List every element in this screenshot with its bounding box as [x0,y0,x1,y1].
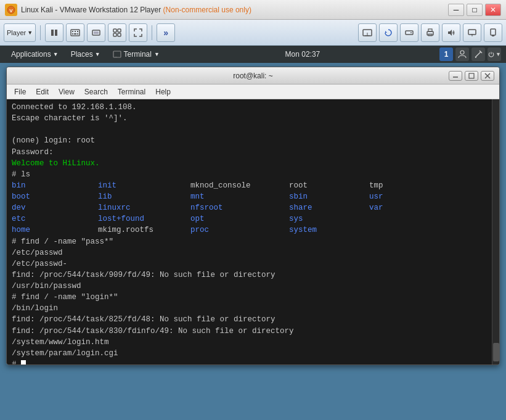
app-icon: V [5,4,17,16]
display-icon [468,28,476,37]
player-menu[interactable]: Applications Player ▼ [4,23,36,42]
keyboard-icon [70,28,80,37]
sound-icon [447,28,455,37]
fullscreen-button[interactable] [129,23,147,42]
terminal-scrollbar-thumb[interactable] [493,343,499,361]
ls-lib: lib [98,191,190,202]
ls-sbin: sbin [289,191,369,202]
terminal-line-binlogin: /bin/login [12,303,494,314]
send-ctrlaltdel-button[interactable] [66,23,84,42]
ls-bin: bin [12,180,98,191]
sync-icon [384,28,393,37]
fit-guest-button[interactable] [87,23,105,42]
sound-icon-btn[interactable] [442,23,460,42]
sync-icon-btn[interactable] [379,23,398,42]
svg-text:V: V [9,8,13,14]
terminal-line-ls-cmd: # ls [12,169,494,180]
svg-rect-8 [72,33,73,35]
terminal-help-menu[interactable]: Help [152,87,174,97]
ls-system: system [289,224,369,236]
users-icon [457,49,467,59]
double-arrow-icon: » [163,28,168,38]
toolbar-separator-1 [40,25,41,40]
settings-icon-btn[interactable] [471,47,485,61]
ls-tmp: tmp [369,180,431,191]
terminal-minimize-icon [452,73,459,79]
terminal-line-password: Password: [12,147,494,158]
ls-share: share [289,202,369,213]
terminal-line-prompt: # [12,359,494,364]
double-arrow-button[interactable]: » [157,23,175,42]
terminal-terminal-menu[interactable]: Terminal [114,87,149,97]
svg-rect-31 [492,35,494,36]
ls-proc: proc [190,224,289,236]
ls-lost: lost+found [98,213,190,224]
terminal-line-find1-cmd: # find / -name "pass*" [12,236,494,247]
printer-icon [426,28,435,37]
ls-linuxrc: linuxrc [98,202,190,213]
pause-button[interactable] [45,23,63,42]
terminal-search-menu[interactable]: Search [81,87,112,97]
player-arrow: ▼ [27,30,33,36]
display-icon-btn[interactable] [463,23,481,42]
svg-marker-20 [385,31,387,33]
places-label: Places [71,50,93,59]
terminal-scrollbar[interactable] [492,99,499,364]
places-menu[interactable]: Places ▼ [65,49,107,60]
printer-icon-btn[interactable] [421,23,439,42]
unity-icon [113,28,121,37]
title-bar: V Linux Kali - VMware Workstation 12 Pla… [0,0,506,20]
terminal-label: Terminal [124,50,152,59]
power-menu-btn[interactable]: ▼ [488,47,501,61]
pause-icon [50,28,59,37]
network-icon [362,28,372,37]
ls-boot: boot [12,191,98,202]
terminal-window: root@kali: ~ File Edit View [6,67,500,365]
svg-rect-4 [71,30,80,36]
terminal-view-menu[interactable]: View [55,87,78,97]
terminal-line-connected: Connected to 192.168.1.108. [12,102,494,113]
storage-icon-btn[interactable] [400,23,418,42]
fit-window-icon [92,28,100,37]
ls-dev: dev [12,202,98,213]
network-icon-btn[interactable] [358,23,377,42]
ls-root: root [289,180,369,191]
terminal-edit-menu[interactable]: Edit [32,87,52,97]
close-button[interactable]: ✕ [485,4,501,16]
applications-arrow: ▼ [53,51,59,57]
terminal-close-btn[interactable] [481,71,494,81]
svg-rect-24 [428,29,432,31]
unity-button[interactable] [108,23,126,42]
terminal-line-find2-cmd: # find / -name "login*" [12,292,494,303]
terminal-title: root@kali: ~ [173,72,333,80]
usb-icon-btn[interactable] [484,23,502,42]
terminal-minimize-btn[interactable] [449,71,462,81]
terminal-maximize-btn[interactable] [465,71,478,81]
svg-rect-6 [75,31,76,32]
svg-rect-10 [77,33,78,35]
svg-point-34 [460,51,464,54]
ls-empty2 [369,224,431,236]
users-icon-btn[interactable] [455,47,469,61]
terminal-line-find-err2: find: /proc/544/task/825/fd/48: No such … [12,314,494,325]
terminal-menu[interactable]: _ Terminal ▼ [107,49,166,60]
applications-menu[interactable]: Applications ▼ [5,49,65,60]
minimize-button[interactable]: ─ [448,4,464,16]
terminal-close-icon [484,73,491,79]
terminal-file-menu[interactable]: File [10,87,30,97]
svg-point-22 [410,32,412,33]
window-controls: ─ □ ✕ [448,4,501,16]
svg-rect-16 [118,33,121,36]
maximize-button[interactable]: □ [467,4,483,16]
svg-rect-9 [74,33,76,35]
clock: Mon 02:37 [166,50,439,59]
vmware-toolbar: Applications Player ▼ [0,20,506,46]
terminal-maximize-icon [468,73,475,79]
terminal-line-escape: Escape character is '^]'. [12,113,494,124]
ls-home: home [12,224,98,236]
gnome-right-panel: 1 ▼ [439,47,501,61]
svg-rect-3 [55,30,57,36]
terminal-content[interactable]: Connected to 192.168.1.108. Escape chara… [7,99,499,364]
terminal-titlebar: root@kali: ~ [7,67,499,84]
workspace-badge[interactable]: 1 [439,47,453,61]
